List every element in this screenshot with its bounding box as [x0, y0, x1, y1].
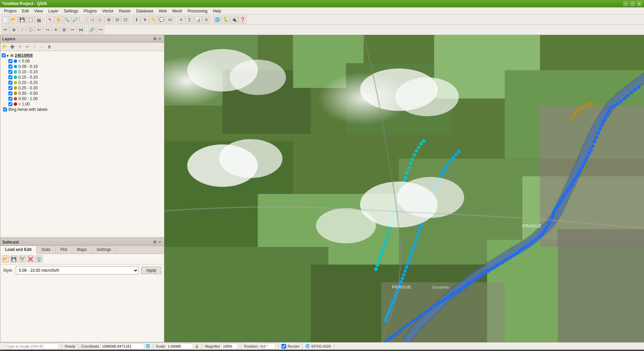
legend-check-1[interactable] [8, 64, 12, 69]
select-feature-button[interactable]: 🖱 [141, 16, 149, 24]
merge-button[interactable]: ⋈ [77, 26, 85, 34]
help-button[interactable]: ❓ [238, 16, 247, 24]
snap-button[interactable]: 🔗 [88, 26, 96, 34]
globe-button[interactable]: 🌐 [213, 16, 221, 24]
magnifier-input[interactable] [221, 343, 238, 349]
map-area[interactable]: PRAGUE PRAGUE Europská [164, 35, 644, 342]
move-label-button[interactable]: 🏷 [166, 16, 174, 24]
minimize-button[interactable]: − [623, 1, 629, 6]
tab-load-and-edit[interactable]: Load and Edit [0, 246, 37, 254]
remove-layer-button[interactable]: 🗑 [46, 43, 53, 50]
sc-open-button[interactable]: 📂 [2, 255, 9, 263]
legend-check-5[interactable] [8, 86, 12, 90]
zoom-prev-button[interactable]: ◁ [88, 16, 96, 24]
legend-check-3[interactable] [8, 75, 12, 79]
tab-settings[interactable]: Settings [92, 246, 116, 254]
menu-layer[interactable]: Layer [46, 8, 61, 14]
render-checkbox[interactable] [281, 344, 286, 349]
layer-down-button[interactable]: ↓ [39, 43, 45, 50]
zoom-out-button[interactable]: 🔎 [71, 16, 79, 24]
sc-edit-button[interactable]: ✂️ [18, 255, 26, 263]
move-vertex-button[interactable]: ⊞ [60, 26, 68, 34]
identify-button[interactable]: ℹ [132, 16, 141, 24]
sc-cancel-button[interactable]: ❌ [27, 255, 34, 263]
edit-button[interactable]: ✏ [1, 26, 9, 34]
zoom-layer-button[interactable]: ⊟ [113, 16, 121, 24]
apply-button[interactable]: Apply [141, 267, 161, 274]
add-layer-button[interactable]: ➕ [9, 43, 16, 50]
close-button[interactable]: × [637, 1, 642, 6]
menu-view[interactable]: View [32, 8, 46, 14]
menu-raster[interactable]: Raster [116, 8, 133, 14]
delete-selected-button[interactable]: ✕ [52, 26, 60, 34]
field-calculator-button[interactable]: Σ [185, 16, 194, 24]
search-input[interactable] [5, 343, 59, 349]
save-project-button[interactable]: 💾 [18, 16, 26, 24]
menu-processing[interactable]: Processing [185, 8, 210, 14]
menu-plugins[interactable]: Plugins [81, 8, 99, 14]
layers-close-button[interactable]: × [158, 36, 162, 41]
menu-help[interactable]: Help [210, 8, 224, 14]
menu-project[interactable]: Project [1, 8, 19, 14]
measure-button[interactable]: 📏 [149, 16, 157, 24]
safecast-float-button[interactable]: ⊟ [152, 239, 157, 245]
layer-group-row[interactable]: ▸ ⊞ 24610908 [0, 52, 164, 58]
zoom-full-button[interactable]: ⊞ [105, 16, 113, 24]
select-button[interactable]: ↖ [46, 16, 54, 24]
base-layer-check[interactable] [3, 107, 7, 112]
legend-check-4[interactable] [8, 81, 12, 85]
sc-save-button[interactable]: 💾 [10, 255, 17, 263]
line-tool-button[interactable]: ∕ [18, 26, 26, 34]
legend-check-7[interactable] [8, 97, 12, 101]
label-button[interactable]: A [202, 16, 210, 24]
filter-layer-button[interactable]: ▽ [16, 43, 23, 50]
safecast-close-button[interactable]: × [158, 239, 162, 245]
menu-database[interactable]: Database [133, 8, 156, 14]
legend-check-2[interactable] [8, 70, 12, 74]
legend-check-8[interactable] [8, 102, 12, 106]
plugin-button[interactable]: 🔌 [230, 16, 238, 24]
toggle-editing-button[interactable]: ✏ [24, 43, 31, 50]
layer-up-button[interactable]: ↑ [31, 43, 38, 50]
sc-delete-button[interactable]: 🗑️ [35, 255, 43, 263]
zoom-in-button[interactable]: 🔍 [63, 16, 71, 24]
split-button[interactable]: ✂ [68, 26, 76, 34]
redo-button[interactable]: ↪ [43, 26, 51, 34]
menu-edit[interactable]: Edit [19, 8, 32, 14]
pan-button[interactable]: ✋ [54, 16, 62, 24]
tab-maps[interactable]: Maps [72, 246, 92, 254]
new-project-button[interactable]: 📄 [1, 16, 9, 24]
trace-button[interactable]: 〜 [96, 26, 104, 34]
maximize-button[interactable]: □ [630, 1, 635, 6]
svg-point-103 [432, 305, 435, 309]
print-button[interactable]: 🖨️ [35, 16, 43, 24]
point-tool-button[interactable]: ⊕ [10, 26, 18, 34]
open-attr-table-button[interactable]: ≡ [177, 16, 185, 24]
undo-button[interactable]: ↩ [35, 26, 43, 34]
annotation-button[interactable]: 💬 [158, 16, 166, 24]
svg-point-166 [422, 139, 426, 143]
save-as-button[interactable]: 📋 [26, 16, 35, 24]
menu-vector[interactable]: Vector [100, 8, 116, 14]
python-button[interactable]: 🐍 [222, 16, 230, 24]
tab-plot[interactable]: Plot [56, 246, 72, 254]
zoom-box-button[interactable]: ⬜ [79, 16, 88, 24]
zoom-selection-button[interactable]: ⊡ [121, 16, 129, 24]
layers-float-button[interactable]: ⊟ [152, 36, 157, 41]
menu-web[interactable]: Web [156, 8, 169, 14]
menu-settings[interactable]: Settings [61, 8, 81, 14]
polygon-tool-button[interactable]: ⬡ [26, 26, 35, 34]
legend-check-6[interactable] [8, 91, 12, 95]
scale-input[interactable] [166, 343, 193, 349]
statistics-button[interactable]: 📊 [194, 16, 202, 24]
style-select[interactable]: 0.08 - 10.00 microSv/h [16, 266, 139, 274]
coordinate-input[interactable] [101, 343, 144, 349]
layer-group-check[interactable] [2, 53, 6, 57]
open-layer-button[interactable]: 📂 [2, 43, 8, 50]
legend-check-0[interactable] [8, 59, 12, 63]
rotation-input[interactable] [259, 343, 276, 349]
tab-stats[interactable]: Stats [37, 246, 55, 254]
menu-mesh[interactable]: Mesh [170, 8, 185, 14]
zoom-next-button[interactable]: ▷ [96, 16, 104, 24]
open-project-button[interactable]: 📂 [10, 16, 18, 24]
